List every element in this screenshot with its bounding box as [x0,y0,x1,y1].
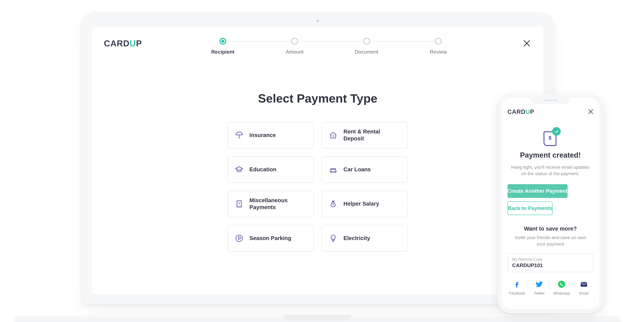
parking-icon [235,234,244,242]
money-bag-icon: $ [329,200,338,208]
option-insurance[interactable]: Insurance [228,122,314,148]
brand-suffix: P [530,108,534,115]
laptop-notch [283,315,352,321]
step-label: Recipient [211,49,234,55]
brand-prefix: CARD [104,39,130,48]
laptop-frame: CARDUP Recipient Amount [82,12,554,313]
whatsapp-icon [557,280,566,288]
umbrella-icon [235,131,244,140]
brand-accent: U [130,39,136,48]
referral-label: My Referral Code [512,257,588,262]
option-label: Rent & Rental Deposit [344,128,400,142]
option-label: Miscellaneous Payments [250,197,306,211]
share-twitter[interactable]: Twitter [529,280,550,295]
step-dot-icon [363,38,370,45]
mail-icon [580,280,588,288]
twitter-icon [535,280,544,288]
svg-text:$: $ [238,202,240,205]
option-misc[interactable]: $ Miscellaneous Payments [228,190,314,217]
step-label: Review [430,49,447,55]
option-label: Helper Salary [344,200,379,207]
option-label: Car Loans [344,166,371,173]
option-parking[interactable]: Season Parking [228,225,314,252]
option-electricity[interactable]: Electricity [322,225,408,252]
option-carloans[interactable]: Car Loans [322,156,408,183]
receipt-icon: $ [235,200,244,208]
brand-suffix: P [136,39,142,48]
create-another-button[interactable]: Create Another Payment [508,184,567,198]
close-icon [587,108,594,115]
save-more-title: Want to save more? [502,226,600,232]
close-button[interactable] [587,108,594,115]
success-receipt-icon [541,128,560,147]
share-label: Twitter [534,291,545,295]
phone-frame: CARDUP Payment created! Hang tight, you'… [497,94,604,313]
home-dollar-icon: $ [329,131,338,140]
option-label: Insurance [250,132,276,138]
close-button[interactable] [522,39,532,48]
app-header: CARDUP Recipient Amount [92,26,544,71]
step-dot-icon [291,38,298,45]
step-recipient[interactable]: Recipient [208,38,238,55]
graduation-cap-icon [235,165,244,174]
save-more-subtitle: Invite your friends and save on next you… [512,234,589,247]
bulb-icon [329,234,338,242]
option-label: Education [250,166,276,173]
laptop-body: CARDUP Recipient Amount [82,12,554,304]
share-row: Facebook Twitter WhatsApp [506,280,595,295]
facebook-icon [512,280,521,288]
referral-box[interactable]: My Referral Code CARDUP101 [508,253,593,272]
success-subtitle: Hang tight, you'll receive email updates… [511,164,590,176]
step-review[interactable]: Review [423,38,454,55]
option-label: Season Parking [250,235,291,242]
step-dot-icon [435,38,442,45]
page-title: Select Payment Type [92,92,544,106]
option-label: Electricity [344,235,370,242]
svg-point-6 [558,280,565,288]
share-label: Facebook [509,291,525,295]
svg-text:$: $ [332,203,334,206]
phone-speaker-icon [543,100,558,101]
brand-logo: CARDUP [104,39,142,48]
stepper-line [222,41,438,42]
brand-logo: CARDUP [508,108,534,115]
share-email[interactable]: Email [574,280,594,295]
option-rent[interactable]: $ Rent & Rental Deposit [322,122,408,148]
referral-code: CARDUP101 [512,262,588,268]
step-label: Amount [286,49,304,55]
laptop-base [15,316,620,322]
brand-accent: U [526,108,530,115]
option-helper[interactable]: $ Helper Salary [322,190,408,217]
step-document[interactable]: Document [352,38,382,55]
car-icon [329,165,338,174]
back-to-payments-button[interactable]: Back to Payments [508,202,553,215]
share-label: WhatsApp [553,291,570,295]
svg-text:$: $ [332,134,334,138]
desktop-screen: CARDUP Recipient Amount [92,26,544,294]
step-dot-icon [220,38,226,45]
close-icon [522,39,532,48]
mobile-screen: CARDUP Payment created! Hang tight, you'… [502,98,600,309]
step-amount[interactable]: Amount [280,38,310,55]
brand-prefix: CARD [508,108,526,115]
share-label: Email [579,291,588,295]
payment-type-grid: Insurance $ Rent & Rental Deposit Educat… [228,122,408,252]
stepper: Recipient Amount Document Review [208,38,454,55]
step-label: Document [355,49,378,55]
share-facebook[interactable]: Facebook [507,280,527,295]
svg-point-5 [236,235,242,242]
option-education[interactable]: Education [228,156,314,183]
checkmark-badge-icon [552,127,560,136]
camera-dot-icon [316,20,319,22]
success-title: Payment created! [502,151,600,160]
share-whatsapp[interactable]: WhatsApp [551,280,572,295]
